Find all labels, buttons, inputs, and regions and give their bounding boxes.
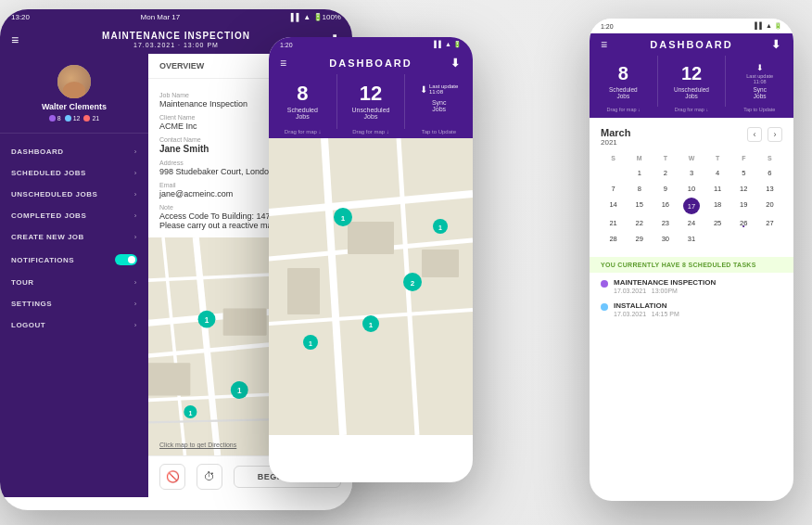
right-hamburger-icon[interactable]: ≡ bbox=[601, 38, 609, 51]
calendar-month: March bbox=[601, 127, 630, 138]
cal-date[interactable]: 28 bbox=[601, 232, 626, 246]
sidebar-item-settings[interactable]: SETTINGS › bbox=[0, 293, 148, 314]
task-list: MAINTENANCE INSPECTION 17.03.2021 13:00P… bbox=[590, 273, 793, 330]
user-badges: 8 12 21 bbox=[49, 115, 100, 122]
sidebar-item-completed[interactable]: COMPLETED JOBS › bbox=[0, 205, 148, 226]
cal-date[interactable]: 25 bbox=[705, 216, 730, 230]
sidebar-label: LOGOUT bbox=[11, 321, 45, 329]
task-info-1: MAINTENANCE INSPECTION 17.03.2021 13:00P… bbox=[614, 278, 716, 294]
timer-icon-button[interactable]: ⏱ bbox=[197, 464, 222, 490]
cal-date bbox=[731, 232, 756, 246]
cal-date[interactable]: 5 bbox=[731, 166, 756, 180]
cal-date[interactable]: 6 bbox=[757, 166, 782, 180]
mid-stats: 8 ScheduledJobs 12 UnscheduledJobs ⬇ Las… bbox=[269, 74, 473, 129]
cal-date[interactable]: 3 bbox=[679, 166, 704, 180]
mid-phone: 1:20 ▌▌ ▲ 🔋 ≡ DASHBOARD ⬇ 8 ScheduledJob… bbox=[269, 37, 473, 482]
sidebar-item-dashboard[interactable]: DASHBOARD › bbox=[0, 141, 148, 162]
status-date: Mon Mar 17 bbox=[141, 13, 181, 21]
camera-off-button[interactable]: 🚫 bbox=[159, 464, 185, 490]
calendar-year: 2021 bbox=[601, 138, 630, 147]
cal-date[interactable]: 13 bbox=[757, 182, 782, 196]
cal-date[interactable]: 18 bbox=[705, 198, 730, 214]
arrow-icon: › bbox=[134, 147, 137, 156]
cal-date[interactable]: 19 bbox=[731, 198, 756, 214]
cal-date[interactable]: 21 bbox=[601, 216, 626, 230]
calendar-prev-button[interactable]: ‹ bbox=[747, 127, 762, 142]
drag-hints: Drag for map ↓ Drag for map ↓ Tap to Upd… bbox=[269, 129, 473, 138]
cal-date[interactable]: 9 bbox=[653, 182, 678, 196]
right-status-bar: 1:20 ▌▌ ▲ 🔋 bbox=[590, 19, 793, 33]
right-stat-label-1: ScheduledJobs bbox=[595, 86, 652, 99]
cal-date[interactable]: 12 bbox=[731, 182, 756, 196]
map-directions-link[interactable]: Click map to get Directions bbox=[159, 442, 236, 448]
sidebar-label: NOTIFICATIONS bbox=[11, 256, 74, 264]
cal-date[interactable]: 15 bbox=[627, 198, 652, 214]
calendar-nav: ‹ › bbox=[747, 127, 782, 142]
cal-date[interactable]: 16 bbox=[653, 198, 678, 214]
cal-date-today[interactable]: 17 bbox=[683, 198, 700, 214]
sidebar-label: UNSCHEDULED JOBS bbox=[11, 190, 97, 198]
sidebar-item-unscheduled[interactable]: UNSCHEDULED JOBS › bbox=[0, 184, 148, 205]
cal-date-dot[interactable]: 26 bbox=[731, 216, 756, 230]
stat-unscheduled[interactable]: 12 UnscheduledJobs bbox=[337, 74, 406, 129]
cal-date[interactable]: 2 bbox=[653, 166, 678, 180]
task-item-2[interactable]: INSTALLATION 17.03.2021 14:15 PM bbox=[601, 301, 782, 317]
cal-date[interactable]: 31 bbox=[679, 232, 704, 246]
cal-day-w: W bbox=[679, 152, 704, 164]
right-sync-icon: ⬇ bbox=[731, 63, 788, 72]
stat-unscheduled-label: UnscheduledJobs bbox=[352, 107, 390, 120]
right-stat-sync[interactable]: ⬇ Last update11:08 SyncJobs bbox=[726, 56, 793, 107]
right-stats: 8 ScheduledJobs 12 UnscheduledJobs ⬇ Las… bbox=[590, 56, 793, 107]
cal-date[interactable]: 29 bbox=[627, 232, 652, 246]
calendar-grid: S M T W T F S 1 2 3 4 5 6 7 8 bbox=[601, 152, 782, 246]
cal-date[interactable]: 10 bbox=[679, 182, 704, 196]
sidebar-item-notifications[interactable]: NOTIFICATIONS bbox=[0, 248, 148, 272]
right-header: ≡ DASHBOARD ⬇ bbox=[590, 33, 793, 56]
cal-week-4: 21 22 23 24 25 26 27 bbox=[601, 216, 782, 230]
notifications-toggle[interactable] bbox=[115, 254, 137, 265]
sidebar-item-logout[interactable]: LOGOUT › bbox=[0, 314, 148, 336]
svg-rect-29 bbox=[348, 222, 394, 254]
cal-week-2: 7 8 9 10 11 12 13 bbox=[601, 182, 782, 196]
arrow-icon: › bbox=[134, 321, 137, 329]
cal-date[interactable]: 24 bbox=[679, 216, 704, 230]
task-time-1: 17.03.2021 13:00PM bbox=[614, 288, 716, 294]
cal-date[interactable]: 11 bbox=[705, 182, 730, 196]
drag-hint-3: Tap to Update bbox=[405, 129, 473, 134]
sidebar-nav: DASHBOARD › SCHEDULED JOBS › UNSCHEDULED… bbox=[0, 141, 148, 486]
svg-rect-10 bbox=[223, 308, 267, 335]
right-stat-scheduled[interactable]: 8 ScheduledJobs bbox=[590, 56, 658, 107]
calendar-next-button[interactable]: › bbox=[768, 127, 782, 142]
cal-date[interactable]: 1 bbox=[627, 166, 652, 180]
task-item-1[interactable]: MAINTENANCE INSPECTION 17.03.2021 13:00P… bbox=[601, 278, 782, 294]
cal-date[interactable]: 30 bbox=[653, 232, 678, 246]
svg-rect-31 bbox=[422, 250, 459, 277]
mid-download-icon[interactable]: ⬇ bbox=[450, 57, 462, 70]
badge-red: 21 bbox=[92, 115, 99, 122]
sidebar-item-create[interactable]: CREATE NEW JOB › bbox=[0, 226, 148, 248]
cal-date[interactable]: 23 bbox=[653, 216, 678, 230]
right-download-icon[interactable]: ⬇ bbox=[771, 38, 782, 51]
cal-date[interactable]: 8 bbox=[627, 182, 652, 196]
cal-date[interactable]: 27 bbox=[757, 216, 782, 230]
stat-scheduled[interactable]: 8 ScheduledJobs bbox=[269, 74, 337, 129]
mid-status-bar: 1:20 ▌▌ ▲ 🔋 bbox=[269, 37, 473, 52]
stat-sync[interactable]: ⬇ Last update11:08 SyncJobs bbox=[405, 74, 473, 129]
task-time-2: 17.03.2021 14:15 PM bbox=[614, 311, 679, 317]
cal-date[interactable]: 14 bbox=[601, 198, 626, 214]
stat-scheduled-label: ScheduledJobs bbox=[287, 107, 318, 120]
cal-date[interactable]: 22 bbox=[627, 216, 652, 230]
hamburger-icon[interactable]: ≡ bbox=[11, 32, 19, 47]
sidebar-item-scheduled[interactable]: SCHEDULED JOBS › bbox=[0, 162, 148, 184]
status-icons: ▌▌ ▲ 🔋100% bbox=[291, 13, 341, 21]
right-stat-unscheduled[interactable]: 12 UnscheduledJobs bbox=[658, 56, 727, 107]
cal-date[interactable]: 4 bbox=[705, 166, 730, 180]
sidebar-item-tour[interactable]: TOUR › bbox=[0, 272, 148, 293]
user-name: Walter Clements bbox=[42, 102, 107, 111]
mid-hamburger-icon[interactable]: ≡ bbox=[280, 57, 288, 70]
cal-date[interactable]: 20 bbox=[757, 198, 782, 214]
cal-date[interactable] bbox=[601, 166, 626, 180]
cal-date[interactable]: 7 bbox=[601, 182, 626, 196]
svg-text:1: 1 bbox=[438, 224, 442, 231]
cal-day-t: T bbox=[653, 152, 678, 164]
